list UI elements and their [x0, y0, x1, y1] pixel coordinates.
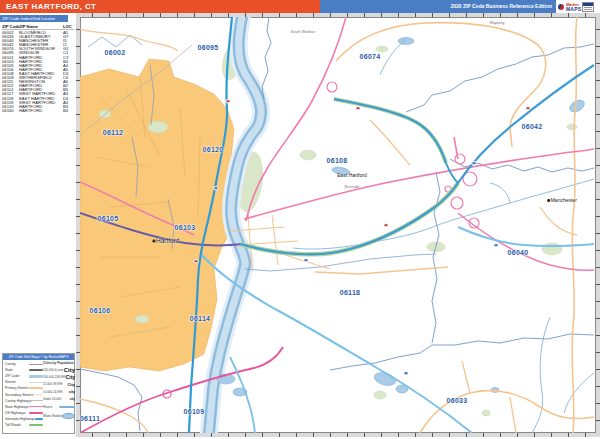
map-legend: ZIP Code Wall Maps © by MarketMAPS Count… [2, 353, 75, 434]
river-swatch [59, 406, 75, 408]
table-row: 06160HARTFORDB4 [2, 109, 74, 113]
legend-line-swatch [33, 394, 43, 396]
legend-water-item: Rivers [43, 403, 75, 412]
interstate-384 [458, 227, 594, 246]
zip-code-map-page: EAST HARTFORD, CT 2020 ZIP Code Business… [0, 0, 600, 439]
legend-line-swatch [31, 400, 43, 402]
city-sample-label: City [67, 382, 75, 387]
city-sample-label: City [64, 367, 75, 373]
city-population-range: 10,000-24,999 [43, 390, 62, 394]
waterbody-swatch [62, 413, 75, 419]
legend-cities-header: Cities by Population [43, 361, 75, 366]
table-cell: HARTFORD [19, 109, 63, 113]
table-header-row: ZIP Code ZIP Name LOC [2, 24, 74, 30]
legend-line-swatch [29, 406, 43, 408]
legend-water-item: Water Bodies [43, 412, 75, 421]
legend-item-label: State Highways [5, 405, 29, 409]
legend-item-label: County Highways [5, 399, 31, 403]
city-population-range: 100,000-249,999 [43, 375, 66, 379]
legend-line-swatch [29, 424, 43, 426]
city-population-range: Under 10,000 [43, 397, 61, 401]
page-title: EAST HARTFORD, CT [0, 0, 320, 13]
zip-index-table: ZIP Code ZIP Name LOC 06002BLOOMFIELDA10… [2, 24, 74, 113]
header-edition-bar: 2020 ZIP Code Business Reference Edition [320, 0, 556, 13]
legend-item: Toll Roads [5, 422, 43, 428]
city-sample-label: city [69, 390, 75, 394]
legend-line-swatch [29, 375, 43, 378]
city-population-range: 250,000 & over [43, 368, 63, 372]
zip-table-body: 06002BLOOMFIELDA106033GLASTONBURYG706040… [2, 31, 74, 113]
legend-item-label: Interstate Highways [5, 417, 35, 421]
legend-line-swatch [29, 412, 43, 414]
legend-city-item: 100,000-249,999City [43, 373, 75, 380]
legend-line-swatch [29, 382, 43, 383]
legend-item-label: Secondary Streets [5, 393, 33, 397]
legend-symbols-column: CountyStateZIP CodeStreetsPrimary Street… [5, 361, 43, 428]
logo-wordmark: Market MAPS [566, 3, 581, 11]
legend-item-label: County [5, 362, 16, 366]
grid-ruler-bottom [76, 433, 600, 437]
column-header-loc: LOC [63, 24, 73, 29]
sidebar: ZIP Code Index/Grid Locator ZIP Code ZIP… [0, 13, 76, 439]
legend-city-rows: 250,000 & overCity100,000-249,999City25,… [43, 366, 75, 403]
city-sample-label: city [70, 397, 75, 401]
legend-item-label: US Highways [5, 411, 25, 415]
map-canvas [80, 17, 596, 433]
table-cell: B4 [63, 109, 73, 113]
logo-swirl-icon [558, 4, 564, 10]
legend-city-item: 250,000 & overCity [43, 366, 75, 373]
header-title-bar: EAST HARTFORD, CT [0, 0, 320, 13]
legend-city-item: Under 10,000city [43, 396, 75, 403]
grid-ruler-right [596, 13, 600, 437]
legend-line-swatch [35, 418, 43, 421]
legend-line-swatch [29, 369, 43, 371]
legend-line-swatch [29, 387, 43, 389]
header: EAST HARTFORD, CT 2020 ZIP Code Business… [0, 0, 600, 13]
legend-city-item: 10,000-24,999city [43, 388, 75, 395]
legend-line-swatch [29, 364, 43, 365]
legend-item-label: Toll Roads [5, 423, 21, 427]
edition-label: 2020 ZIP Code Business Reference Edition [320, 0, 556, 13]
legend-cities-column: Cities by Population 250,000 & overCity1… [43, 361, 75, 428]
map-area: 0600206095060740604206112061200610806105… [76, 13, 600, 437]
publisher-logo: Market MAPS [556, 0, 600, 13]
legend-water-label: Rivers [43, 405, 52, 409]
city-population-range: 25,000-99,999 [43, 382, 62, 386]
legend-item-label: ZIP Code [5, 374, 19, 378]
legend-title: ZIP Code Wall Maps © by MarketMAPS [3, 354, 74, 360]
column-header-name: ZIP Name [19, 24, 63, 29]
legend-water-rows: RiversWater Bodies [43, 403, 75, 421]
legend-item-label: State [5, 368, 13, 372]
legend-city-item: 25,000-99,999City [43, 381, 75, 388]
legend-water-label: Water Bodies [43, 414, 62, 418]
urban-area-shape [80, 59, 234, 371]
legend-item-label: Primary Streets [5, 386, 28, 390]
zip-index-title: ZIP Code Index/Grid Locator [0, 15, 68, 22]
legend-item-label: Streets [5, 380, 16, 384]
city-sample-label: City [66, 374, 75, 380]
logo-word-bottom: MAPS [566, 7, 581, 11]
reference-badge-icon [582, 2, 594, 12]
column-header-zip: ZIP Code [2, 24, 19, 29]
interstate-291-casing [334, 99, 446, 163]
legend-body: CountyStateZIP CodeStreetsPrimary Street… [3, 360, 74, 428]
interstate-84-east [240, 65, 594, 254]
table-cell: 06160 [2, 109, 19, 113]
